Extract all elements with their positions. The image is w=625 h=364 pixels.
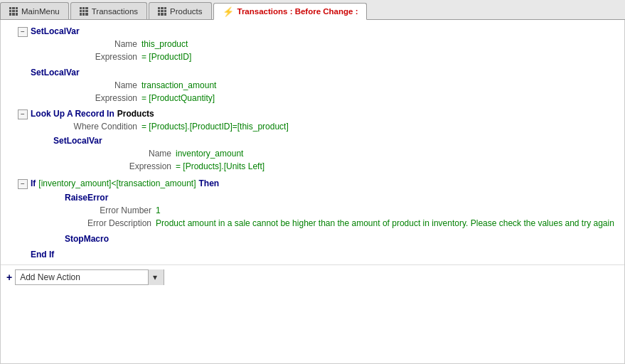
look-up-header: − Look Up A Record In Products <box>6 108 619 121</box>
set-local-var-3-keyword: SetLocalVar <box>53 136 102 146</box>
look-up-table: Products <box>117 109 154 119</box>
content-area: − SetLocalVar Name this_product Expressi… <box>0 20 625 364</box>
tab-transactions-label: Transactions <box>92 7 138 16</box>
tab-transactions-before-change[interactable]: ⚡ Transactions : Before Change : <box>213 3 368 20</box>
raise-error-desc-row: Error Description Product amount in a sa… <box>6 218 619 230</box>
set-local-var-1-name-value: this_product <box>141 39 188 49</box>
stop-macro-keyword: StopMacro <box>65 234 109 244</box>
if-keyword: If <box>31 178 36 188</box>
set-local-var-3-name-value: inventory_amount <box>176 149 243 159</box>
set-local-var-2-expr-value: = [ProductQuantity] <box>141 93 215 103</box>
tab-products-label: Products <box>170 7 202 16</box>
then-keyword: Then <box>198 178 219 188</box>
raise-error-desc-value: Product amount in a sale cannot be highe… <box>156 218 614 228</box>
set-local-var-1-expr-value: = [ProductID] <box>141 52 191 62</box>
collapse-btn-2[interactable]: − <box>18 109 28 119</box>
set-local-var-2-keyword: SetLocalVar <box>31 68 80 77</box>
action-block: − SetLocalVar Name this_product Expressi… <box>1 26 624 262</box>
look-up-keyword: Look Up A Record In <box>31 109 114 119</box>
raise-error-number-value: 1 <box>156 205 161 215</box>
set-local-var-1-name-label: Name <box>63 39 141 49</box>
set-local-var-1-expr-label: Expression <box>63 52 141 62</box>
collapse-btn-1[interactable]: − <box>18 27 28 37</box>
set-local-var-2-name-value: transaction_amount <box>141 80 216 90</box>
raise-error-number-row: Error Number 1 <box>6 205 619 218</box>
set-local-var-2-expr-row: Expression = [ProductQuantity] <box>6 92 619 105</box>
raise-error-keyword: RaiseError <box>65 193 108 203</box>
tab-mainmenu[interactable]: MainMenu <box>0 2 69 19</box>
set-local-var-1-expr-row: Expression = [ProductID] <box>6 51 619 64</box>
grid-icon <box>9 7 18 16</box>
tab-products[interactable]: Products <box>149 2 211 19</box>
look-up-where-label: Where Condition <box>49 122 141 132</box>
grid-icon-3 <box>158 7 166 16</box>
add-action-label: Add New Action <box>16 272 148 282</box>
set-local-var-3-expr-value: = [Products].[Units Left] <box>176 161 265 171</box>
raise-error-number-label: Error Number <box>78 205 156 215</box>
if-condition: [inventory_amount]<[transaction_amount] <box>38 178 196 188</box>
set-local-var-2-expr-label: Expression <box>63 93 141 103</box>
set-local-var-3-name-label: Name <box>97 149 176 159</box>
set-local-var-3-header: SetLocalVar <box>6 135 619 148</box>
chevron-down-icon: ▾ <box>149 272 164 282</box>
add-action-bar: + Add New Action ▾ <box>1 264 624 289</box>
set-local-var-3-expr-label: Expression <box>97 161 176 171</box>
end-if-keyword: End If <box>31 250 54 259</box>
set-local-var-2-name-label: Name <box>63 80 141 90</box>
tab-transactions[interactable]: Transactions <box>70 2 147 19</box>
set-local-var-2-name-row: Name transaction_amount <box>6 80 619 92</box>
raise-error-desc-label: Error Description <box>78 218 156 228</box>
set-local-var-3-expr-row: Expression = [Products].[Units Left] <box>6 161 619 173</box>
collapse-btn-3[interactable]: − <box>18 179 28 189</box>
look-up-where-row: Where Condition = [Products].[ProductID]… <box>6 121 619 134</box>
set-local-var-1-keyword: SetLocalVar <box>31 26 80 36</box>
tab-transactions-before-change-label: Transactions : Before Change : <box>237 7 358 16</box>
stop-macro-header: StopMacro <box>6 233 619 246</box>
end-if-row: End If <box>6 249 619 262</box>
set-local-var-3-name-row: Name inventory_amount <box>6 148 619 161</box>
grid-icon-2 <box>80 7 88 16</box>
if-header: − If [inventory_amount]<[transaction_amo… <box>6 178 619 191</box>
set-local-var-1-name-row: Name this_product <box>6 38 619 51</box>
tab-bar: MainMenu Transactions Products ⚡ Transac… <box>0 0 625 20</box>
add-action-input[interactable]: Add New Action ▾ <box>15 269 164 285</box>
look-up-where-value: = [Products].[ProductID]=[this_product] <box>141 122 289 132</box>
add-action-plus-icon[interactable]: + <box>6 272 12 283</box>
set-local-var-1-header: − SetLocalVar <box>6 26 619 38</box>
raise-error-header: RaiseError <box>6 192 619 205</box>
lightning-icon: ⚡ <box>223 7 234 16</box>
add-action-dropdown-btn[interactable]: ▾ <box>148 269 164 285</box>
set-local-var-2-header: SetLocalVar <box>6 67 619 80</box>
tab-mainmenu-label: MainMenu <box>21 7 60 16</box>
